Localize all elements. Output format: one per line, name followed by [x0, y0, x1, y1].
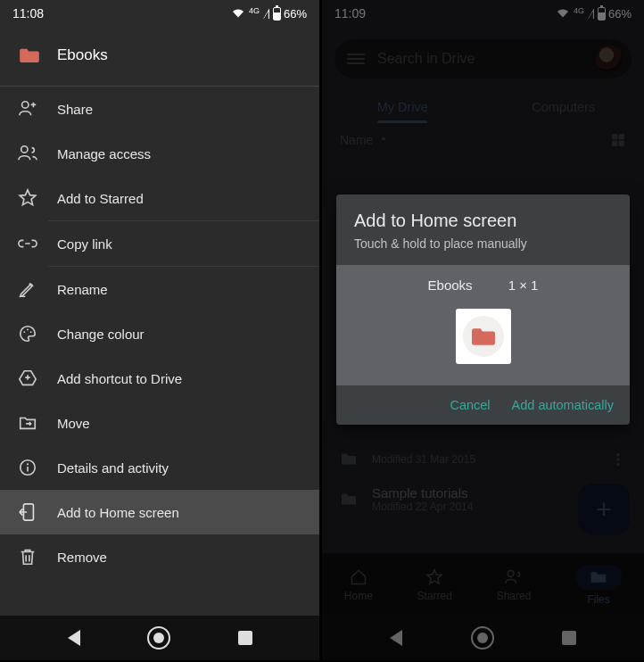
status-icons: 4G 66% [231, 6, 307, 21]
wifi-icon [556, 8, 570, 19]
menu-remove[interactable]: Remove [0, 534, 319, 579]
folder-icon [472, 327, 495, 346]
svg-point-6 [617, 453, 620, 456]
nav-back[interactable] [390, 630, 402, 646]
hamburger-icon[interactable] [347, 54, 365, 64]
btab-starred[interactable]: Starred [417, 568, 452, 602]
nav-back[interactable] [68, 630, 80, 646]
search-bar[interactable]: Search in Drive [334, 39, 632, 79]
menu-label: Share [57, 102, 93, 117]
wifi-icon [231, 8, 245, 19]
widget-name: Ebooks [428, 277, 473, 293]
link-icon [18, 234, 37, 253]
add-to-homescreen-dialog: Add to Home screen Touch & hold to place… [336, 194, 630, 425]
folder-icon [340, 452, 358, 467]
avatar[interactable] [596, 46, 623, 72]
star-icon [18, 188, 37, 208]
btab-label: Starred [417, 590, 452, 602]
system-nav-bar [322, 616, 644, 660]
svg-point-7 [617, 459, 620, 461]
nav-home[interactable] [147, 626, 170, 650]
bottom-tabs: Home Starred Shared Files [322, 553, 644, 616]
folder-header: Ebooks [0, 27, 319, 86]
menu-label: Remove [57, 550, 107, 565]
palette-icon [18, 324, 37, 343]
menu-shortcut[interactable]: Add shortcut to Drive [0, 356, 319, 401]
svg-point-1 [27, 329, 29, 331]
context-menu: Share Manage access Add to Starred Copy … [0, 87, 319, 579]
battery-indicator: 66% [598, 7, 632, 21]
grid-view-icon[interactable] [610, 132, 626, 148]
add-automatically-button[interactable]: Add automatically [512, 398, 614, 412]
battery-pct: 66% [608, 7, 632, 21]
menu-access[interactable]: Manage access [0, 131, 319, 176]
menu-add-homescreen[interactable]: Add to Home screen [0, 490, 319, 534]
status-time: 11:08 [12, 6, 44, 21]
phone-right: 11:09 4G 66% Search in Drive My Drive Co… [322, 0, 644, 660]
menu-label: Add shortcut to Drive [57, 371, 182, 386]
folder-icon [20, 47, 39, 63]
svg-point-8 [617, 463, 620, 466]
dialog-header: Add to Home screen Touch & hold to place… [336, 194, 630, 265]
signal-icon [263, 8, 269, 19]
menu-move[interactable]: Move [0, 401, 319, 445]
status-bar: 11:08 4G 66% [0, 0, 319, 27]
menu-details[interactable]: Details and activity [0, 445, 319, 490]
home-icon [350, 568, 367, 586]
sort-label: Name [340, 133, 373, 147]
menu-star[interactable]: Add to Starred [0, 176, 319, 220]
widget-preview[interactable] [456, 309, 511, 364]
menu-share[interactable]: Share [0, 87, 319, 131]
dialog-subtitle: Touch & hold to place manually [354, 236, 612, 251]
battery-icon [273, 7, 281, 21]
menu-label: Add to Starred [57, 191, 144, 206]
svg-point-2 [30, 331, 32, 333]
btab-home[interactable]: Home [344, 568, 373, 602]
search-placeholder: Search in Drive [377, 51, 583, 67]
dialog-actions: Cancel Add automatically [336, 385, 630, 425]
btab-label: Shared [497, 590, 532, 602]
menu-rename[interactable]: Rename [0, 267, 319, 311]
menu-label: Move [57, 416, 90, 431]
cancel-button[interactable]: Cancel [450, 398, 490, 412]
dimmed-content: Search in Drive My Drive Computers Name [322, 27, 644, 153]
menu-label: Manage access [57, 146, 151, 161]
nav-home[interactable] [471, 626, 494, 650]
battery-pct: 66% [284, 7, 307, 21]
widget-size: 1 × 1 [508, 277, 539, 293]
svg-point-4 [27, 463, 29, 465]
move-folder-icon [18, 413, 37, 433]
tab-mydrive[interactable]: My Drive [322, 100, 483, 123]
menu-label: Copy link [57, 236, 112, 252]
people-icon [18, 144, 37, 163]
more-icon[interactable] [610, 451, 626, 468]
trash-icon [18, 547, 37, 567]
status-bar: 11:09 4G 66% [322, 0, 644, 27]
btab-files[interactable]: Files [575, 565, 622, 606]
btab-shared[interactable]: Shared [497, 568, 532, 602]
status-icons: 4G 66% [556, 6, 632, 21]
phone-left: 11:08 4G 66% Ebooks Share Ma [0, 0, 319, 660]
menu-colour[interactable]: Change colour [0, 311, 319, 356]
svg-point-0 [23, 331, 25, 333]
person-plus-icon [18, 99, 37, 119]
people-icon [505, 568, 523, 586]
dialog-body[interactable]: Ebooks 1 × 1 [336, 265, 630, 385]
plus-icon: + [596, 494, 612, 525]
file-row[interactable]: Modified 31 Mar 2015 [322, 451, 644, 476]
battery-indicator: 66% [273, 7, 307, 21]
btab-label: Home [344, 590, 373, 602]
sort-control[interactable]: Name [340, 133, 389, 147]
nav-recent[interactable] [562, 631, 576, 645]
fab-new[interactable]: + [578, 484, 630, 535]
tab-computers[interactable]: Computers [483, 100, 645, 123]
signal-icon [588, 8, 594, 19]
folder-name: Ebooks [57, 46, 108, 64]
widget-info: Ebooks 1 × 1 [428, 277, 539, 293]
folder-icon [590, 568, 607, 586]
file-name: Sample tutorials [372, 485, 473, 501]
menu-copylink[interactable]: Copy link [0, 221, 319, 266]
nav-recent[interactable] [238, 631, 252, 645]
add-to-homescreen-icon [18, 502, 37, 522]
file-modified: Modified 31 Mar 2015 [372, 453, 475, 466]
